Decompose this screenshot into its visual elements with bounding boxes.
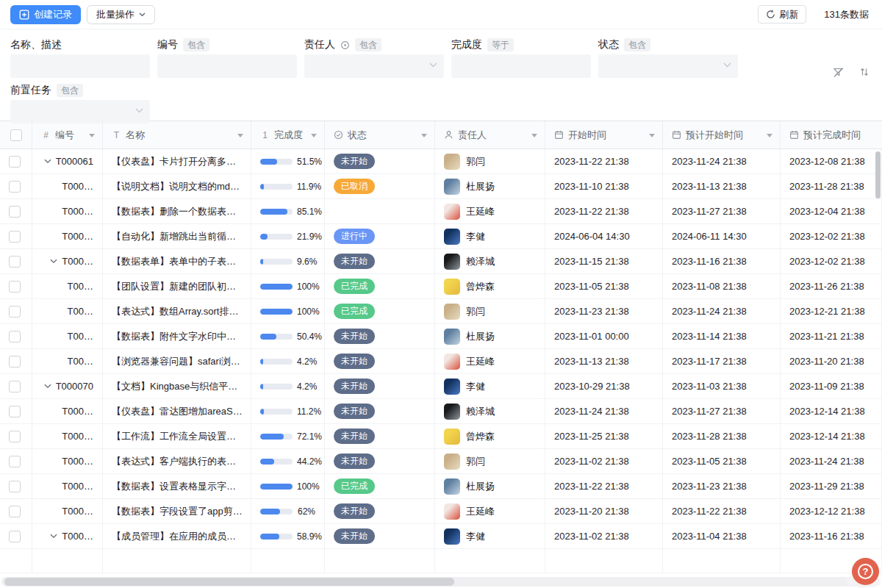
column-menu-caret[interactable] xyxy=(89,134,95,137)
table-row[interactable]: T000… 【自动化】新增跳出当前循… 21.9% 进行中 李健 2024-06… xyxy=(0,224,882,249)
planned-start-cell: 2023-11-28 21:38 xyxy=(663,424,781,448)
owner-cell: 李健 xyxy=(435,374,545,398)
horizontal-scrollbar-track[interactable] xyxy=(1,577,881,587)
table-row[interactable]: T00… 【浏览器兼容问题】safari浏… 4.2% 未开始 王延峰 2023… xyxy=(0,349,882,374)
row-checkbox[interactable] xyxy=(9,281,21,293)
table-row[interactable]: T000… 【仪表盘】雷达图增加areaS… 11.2% 未开始 赖泽城 202… xyxy=(0,399,882,424)
task-name[interactable]: 【自动化】新增跳出当前循… xyxy=(112,230,236,243)
task-name[interactable]: 【浏览器兼容问题】safari浏… xyxy=(112,355,240,368)
task-name[interactable]: 【说明文档】说明文档的md… xyxy=(112,180,240,193)
status-badge: 未开始 xyxy=(334,254,375,269)
avatar xyxy=(444,254,460,270)
owner-name: 杜展扬 xyxy=(466,480,495,493)
task-name[interactable]: 【数据表】设置表格显示字… xyxy=(112,480,236,493)
chevron-down-icon[interactable] xyxy=(44,159,51,164)
column-header-planned-finish[interactable]: 预计完成时间 xyxy=(781,121,882,148)
table-row[interactable]: T00… 【数据表】附件文字水印中… 50.4% 未开始 杜展扬 2023-11… xyxy=(0,324,882,349)
task-name[interactable]: 【成员管理】在应用的成员… xyxy=(112,530,236,543)
create-record-label: 创建记录 xyxy=(34,8,72,21)
table-row[interactable]: T00… 【表达式】数组Array.sort排… 100% 已完成 郭闫 202… xyxy=(0,299,882,324)
filter-status: 状态 包含 xyxy=(598,37,738,78)
table-row[interactable]: T000… 【数据表】字段设置了app剪… 62% 未开始 王延峰 2023-1… xyxy=(0,499,882,524)
row-checkbox[interactable] xyxy=(9,406,21,417)
table-row[interactable]: T000… 【工作流】工作流全局设置… 72.1% 未开始 曾烨森 2023-1… xyxy=(0,424,882,449)
progress-value: 4.2% xyxy=(297,356,317,367)
row-checkbox[interactable] xyxy=(9,456,21,467)
row-checkbox[interactable] xyxy=(9,256,21,268)
sort-icon[interactable] xyxy=(857,65,872,79)
column-header-owner[interactable]: 责任人 xyxy=(435,121,545,148)
task-name[interactable]: 【数据表单】表单中的子表… xyxy=(112,255,236,268)
select-all-checkbox[interactable] xyxy=(10,129,22,141)
owner-select[interactable] xyxy=(304,54,444,78)
progress-value: 100% xyxy=(297,306,320,317)
table-row[interactable]: T000061 【仪表盘】卡片打开分离多… 51.5% 未开始 郭闫 2023-… xyxy=(0,149,882,174)
clear-filter-icon[interactable] xyxy=(831,65,845,79)
task-name[interactable]: 【工作流】工作流全局设置… xyxy=(112,430,236,443)
row-checkbox[interactable] xyxy=(9,331,21,343)
task-name[interactable]: 【表达式】客户端执行的表… xyxy=(112,455,236,468)
batch-operations-button[interactable]: 批量操作 xyxy=(87,5,155,24)
task-name[interactable]: 【仪表盘】雷达图增加areaS… xyxy=(112,405,242,418)
create-record-button[interactable]: 创建记录 xyxy=(10,5,81,24)
row-checkbox[interactable] xyxy=(9,156,21,168)
column-header-progress[interactable]: 1 完成度 xyxy=(251,121,325,148)
vertical-scrollbar-thumb[interactable] xyxy=(875,151,881,198)
task-name[interactable]: 【数据表】删除一个数据表… xyxy=(112,205,236,218)
row-checkbox[interactable] xyxy=(9,356,21,368)
row-checkbox[interactable] xyxy=(9,381,21,392)
name-desc-input[interactable] xyxy=(10,54,150,78)
table-row[interactable]: T000… 【数据表】删除一个数据表… 85.1% 王延峰 2023-11-22… xyxy=(0,199,882,224)
row-checkbox[interactable] xyxy=(9,431,21,442)
table-row[interactable]: T000… 【数据表】设置表格显示字… 100% 已完成 杜展扬 2023-11… xyxy=(0,474,882,499)
refresh-button[interactable]: 刷新 xyxy=(758,5,806,24)
chevron-down-icon[interactable] xyxy=(50,534,57,539)
table-row[interactable]: T00… 【团队设置】新建的团队初… 100% 已完成 曾烨森 2023-11-… xyxy=(0,274,882,299)
task-name-cell: 【表达式】客户端执行的表… xyxy=(103,449,251,473)
task-name[interactable]: 【表达式】数组Array.sort排… xyxy=(112,305,238,318)
row-checkbox[interactable] xyxy=(9,481,21,492)
row-checkbox[interactable] xyxy=(9,231,21,243)
column-header-id[interactable]: # 编号 xyxy=(32,121,103,148)
column-header-start-time[interactable]: 开始时间 xyxy=(545,121,663,148)
task-name-cell: 【数据表单】表单中的子表… xyxy=(103,249,251,273)
column-menu-caret[interactable] xyxy=(649,134,655,137)
chevron-down-icon[interactable] xyxy=(44,384,51,389)
column-menu-caret[interactable] xyxy=(767,134,772,137)
status-cell: 已取消 xyxy=(325,174,435,198)
owner-cell: 杜展扬 xyxy=(435,324,545,348)
task-name[interactable]: 【文档】Kingbase与织信平… xyxy=(112,380,237,393)
row-checkbox[interactable] xyxy=(9,181,21,193)
column-menu-caret[interactable] xyxy=(421,134,427,137)
horizontal-scrollbar-thumb[interactable] xyxy=(4,578,454,586)
code-input[interactable] xyxy=(157,54,297,78)
task-name[interactable]: 【数据表】字段设置了app剪… xyxy=(112,505,242,518)
table-row[interactable]: T000… 【成员管理】在应用的成员… 58.9% 未开始 李健 2023-11… xyxy=(0,524,882,549)
table-row[interactable]: T000… 【说明文档】说明文档的md… 11.9% 已取消 杜展扬 2023-… xyxy=(0,174,882,199)
progress-input[interactable] xyxy=(451,54,591,78)
progress-cell: 100% xyxy=(251,274,325,298)
column-menu-caret[interactable] xyxy=(237,134,243,137)
column-menu-caret[interactable] xyxy=(311,134,317,137)
chevron-down-icon xyxy=(139,12,146,17)
avatar xyxy=(444,179,460,195)
filter-code: 编号 包含 xyxy=(157,37,297,78)
chevron-down-icon[interactable] xyxy=(50,259,57,264)
row-checkbox[interactable] xyxy=(9,206,21,218)
column-menu-caret[interactable] xyxy=(531,134,537,137)
table-row[interactable]: T000… 【表达式】客户端执行的表… 44.2% 未开始 郭闫 2023-11… xyxy=(0,449,882,474)
status-select[interactable] xyxy=(598,54,738,78)
help-button[interactable]: ? xyxy=(852,558,879,585)
task-name[interactable]: 【仪表盘】卡片打开分离多… xyxy=(112,155,236,168)
column-header-planned-start[interactable]: 预计开始时间 xyxy=(663,121,781,148)
table-row[interactable]: T000070 【文档】Kingbase与织信平… 4.2% 未开始 李健 20… xyxy=(0,374,882,399)
task-name[interactable]: 【数据表】附件文字水印中… xyxy=(112,330,236,343)
column-header-status[interactable]: 状态 xyxy=(325,121,435,148)
row-checkbox[interactable] xyxy=(9,531,21,542)
row-checkbox[interactable] xyxy=(9,506,21,517)
predecessor-select[interactable] xyxy=(10,100,150,123)
table-row[interactable]: T000… 【数据表单】表单中的子表… 9.6% 未开始 赖泽城 2023-11… xyxy=(0,249,882,274)
column-header-name[interactable]: T 名称 xyxy=(103,121,251,148)
row-checkbox[interactable] xyxy=(9,306,21,318)
task-name[interactable]: 【团队设置】新建的团队初… xyxy=(112,280,236,293)
